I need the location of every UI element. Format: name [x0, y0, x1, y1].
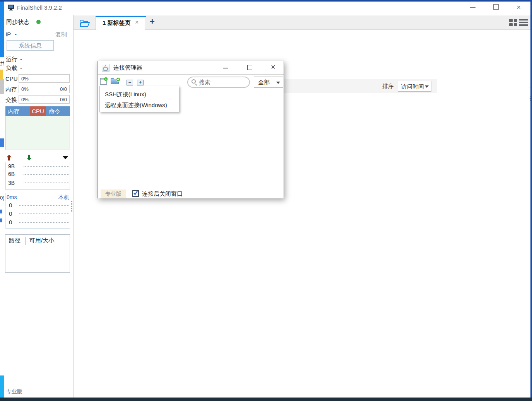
system-info-button[interactable]: 系统信息: [7, 40, 54, 51]
plus-icon: +: [150, 17, 155, 27]
dialog-close-icon: ×: [271, 63, 275, 71]
ping-gridline-2: [19, 222, 69, 223]
sliver-dot-2: [0, 218, 2, 222]
open-connections-button[interactable]: [77, 17, 93, 29]
monitor-tab-memory[interactable]: 内存: [5, 106, 30, 116]
dialog-maximize-icon: [247, 65, 252, 70]
background-window-sliver: 共 0): [0, 2, 4, 398]
new-connection-icon: +: [100, 78, 107, 85]
filter-caret-icon: [276, 82, 280, 84]
disk-table: 路径 可用/大小: [5, 234, 70, 273]
ping-chart: 0ms 本机 0 0 0: [5, 193, 70, 229]
ping-gridline-1: [19, 213, 69, 214]
monitor-tabs: 内存 CPU 命令: [5, 106, 70, 116]
net-gridline-2: [24, 183, 69, 183]
filter-dropdown-value: 全部: [258, 79, 270, 86]
new-folder-button[interactable]: +: [111, 77, 121, 86]
close-icon: ×: [517, 3, 521, 11]
dialog-maximize-button[interactable]: [242, 61, 257, 74]
cpu-label: CPU: [5, 75, 18, 82]
ping-host-label[interactable]: 本机: [58, 194, 69, 201]
net-y-label-1: 6B: [8, 171, 15, 177]
expand-all-button[interactable]: +: [137, 80, 144, 85]
swap-usage-field: 0% 0/0: [19, 95, 70, 104]
monitor-tab-command[interactable]: 命令: [46, 106, 70, 116]
download-arrow-icon: [27, 155, 32, 160]
window-minimize-button[interactable]: [465, 2, 481, 13]
dialog-title: 连接管理器: [113, 64, 142, 72]
sliver-selected-row: [0, 138, 4, 147]
sidebar-resize-handle[interactable]: [71, 201, 72, 212]
grid-icon: [509, 19, 517, 26]
tab-active[interactable]: 1 新标签页 ×: [96, 16, 145, 30]
ping-y-label-2: 0: [9, 219, 12, 225]
mem-label: 内存: [5, 86, 17, 93]
swap-label: 交换: [5, 96, 17, 104]
cpu-usage-value: 0%: [21, 76, 29, 82]
dialog-minimize-button[interactable]: [218, 61, 233, 74]
sort-dropdown[interactable]: 访问时间: [398, 81, 431, 92]
copy-ip-link[interactable]: 复制: [55, 31, 67, 38]
upload-arrow-icon: [7, 155, 12, 160]
load-value: -: [20, 65, 22, 71]
folder-open-icon: [79, 18, 90, 27]
search-box[interactable]: [187, 77, 250, 88]
menu-button[interactable]: [519, 19, 529, 27]
search-icon: [192, 79, 196, 84]
search-input[interactable]: [199, 78, 245, 86]
close-after-connect-checkbox[interactable]: [132, 190, 139, 197]
sort-label: 排序: [382, 83, 394, 90]
net-dropdown-caret-icon[interactable]: [63, 156, 68, 159]
mem-usage-field: 0% 0/0: [19, 85, 70, 93]
run-label: 运行: [6, 56, 17, 63]
new-connection-menu: SSH连接(Linux) 远程桌面连接(Windows): [99, 86, 179, 112]
sliver-dot-1: [0, 210, 2, 213]
window-maximize-button[interactable]: [488, 2, 504, 13]
sync-status-label: 同步状态: [6, 19, 29, 26]
cpu-usage-field: 0%: [19, 74, 70, 83]
java-icon: [102, 64, 109, 72]
swap-usage-value: 0%: [21, 97, 29, 102]
frame-right: [530, 0, 532, 401]
sliver-text-2: 0): [0, 195, 4, 201]
dialog-close-button[interactable]: ×: [266, 61, 281, 74]
sliver-cyan-block: [0, 375, 4, 398]
dialog-bottom-bar: 专业版 连接后关闭窗口: [98, 189, 284, 198]
mem-usage-value: 0%: [21, 86, 29, 92]
grid-view-button[interactable]: [509, 19, 518, 27]
sliver-text-1: 共: [0, 60, 4, 67]
screen: 共 0) FinalShell 3.9.2.2 ×: [0, 0, 532, 401]
search-icon-handle: [195, 84, 197, 86]
dialog-titlebar[interactable]: 连接管理器 ×: [98, 61, 284, 75]
mem-ratio-value: 0/0: [60, 86, 67, 92]
app-icon: [8, 4, 14, 10]
disk-header-size: 可用/大小: [29, 237, 54, 244]
close-after-connect-label[interactable]: 连接后关闭窗口: [142, 190, 183, 198]
tab-label: 1 新标签页: [103, 19, 131, 27]
disk-header-separator: [25, 237, 26, 245]
monitor-tab-cpu[interactable]: CPU: [30, 106, 46, 116]
menu-item-ssh[interactable]: SSH连接(Linux): [100, 89, 179, 100]
ip-value: -: [15, 31, 17, 38]
net-y-label-2: 3B: [8, 180, 15, 186]
load-label: 负载: [6, 65, 17, 72]
sliver-blue-block: [0, 2, 4, 57]
hamburger-icon: [519, 19, 528, 26]
ping-gridline-0: [19, 205, 69, 206]
tab-strip: 1 新标签页 × +: [74, 15, 530, 30]
collapse-all-button[interactable]: –: [127, 80, 133, 85]
menu-item-rdp[interactable]: 远程桌面连接(Windows): [100, 100, 179, 111]
ping-y-label-0: 0: [9, 202, 12, 208]
right-panel-text: 搜: [530, 95, 530, 102]
tab-close-icon[interactable]: ×: [135, 19, 139, 26]
minimize-icon: [470, 7, 476, 8]
sliver-gray-block: [0, 79, 4, 94]
disk-header-path: 路径: [9, 237, 21, 244]
sort-dropdown-value: 访问时间: [401, 83, 424, 90]
window-close-button[interactable]: ×: [511, 2, 527, 13]
new-tab-button[interactable]: +: [148, 17, 158, 27]
sort-caret-icon: [425, 85, 429, 88]
new-connection-button[interactable]: +: [100, 77, 109, 86]
sync-status-dot: [36, 20, 41, 24]
filter-dropdown[interactable]: 全部: [254, 77, 283, 88]
